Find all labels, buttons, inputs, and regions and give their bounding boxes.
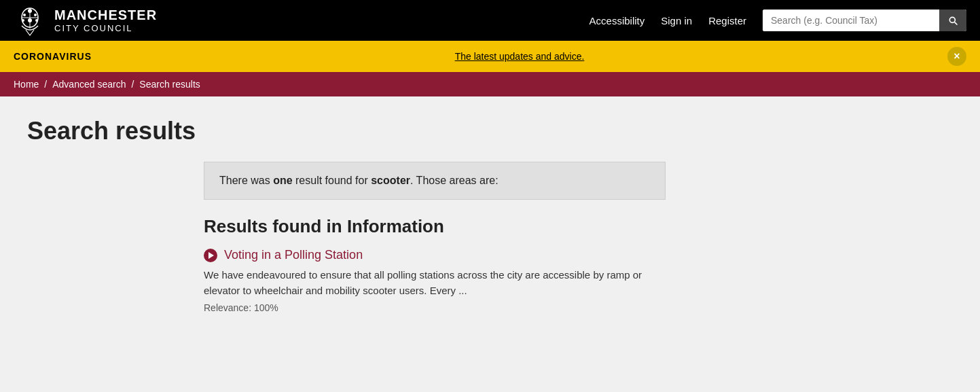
search-box xyxy=(763,10,966,31)
search-icon xyxy=(947,15,958,26)
breadcrumb-home[interactable]: Home xyxy=(14,79,39,90)
summary-prefix: There was xyxy=(219,175,273,186)
corona-label: CORONAVIRUS xyxy=(14,51,92,62)
page-title: Search results xyxy=(27,117,953,145)
result-item: Voting in a Polling Station We have ende… xyxy=(204,248,666,313)
summary-term: scooter xyxy=(371,175,410,186)
search-button[interactable] xyxy=(939,10,966,31)
sign-in-link[interactable]: Sign in xyxy=(661,15,692,26)
result-item-header: Voting in a Polling Station xyxy=(204,248,666,262)
accessibility-link[interactable]: Accessibility xyxy=(589,15,645,26)
svg-point-8 xyxy=(28,18,32,22)
svg-point-3 xyxy=(34,14,37,16)
result-description: We have endeavoured to ensure that all p… xyxy=(204,268,666,298)
logo-area: MANCHESTER CITY COUNCIL xyxy=(14,4,157,37)
main-content: Search results There was one result foun… xyxy=(0,96,980,382)
results-container: There was one result found for scooter. … xyxy=(204,162,666,313)
result-link[interactable]: Voting in a Polling Station xyxy=(224,248,363,262)
summary-count: one xyxy=(273,175,292,186)
coronavirus-bar: CORONAVIRUS The latest updates and advic… xyxy=(0,41,980,72)
svg-point-5 xyxy=(35,19,38,22)
corona-close-button[interactable]: × xyxy=(947,47,966,66)
svg-point-2 xyxy=(23,14,26,16)
section-title: Results found in Information xyxy=(204,216,666,237)
council-crest xyxy=(14,4,46,37)
logo-subtitle: CITY COUNCIL xyxy=(54,23,157,34)
result-bullet-icon xyxy=(204,249,217,262)
corona-link[interactable]: The latest updates and advice. xyxy=(455,51,585,62)
summary-suffix: . Those areas are: xyxy=(410,175,498,186)
svg-point-4 xyxy=(22,19,24,22)
breadcrumb: Home / Advanced search / Search results xyxy=(0,72,980,96)
result-summary: There was one result found for scooter. … xyxy=(204,162,666,200)
breadcrumb-sep2: / xyxy=(131,79,134,90)
breadcrumb-sep1: / xyxy=(44,79,47,90)
register-link[interactable]: Register xyxy=(708,15,746,26)
summary-middle: result found for xyxy=(293,175,371,186)
header-nav: Accessibility Sign in Register xyxy=(589,15,746,26)
breadcrumb-current: Search results xyxy=(139,79,200,90)
result-relevance: Relevance: 100% xyxy=(204,302,666,313)
breadcrumb-advanced-search[interactable]: Advanced search xyxy=(52,79,126,90)
logo-text: MANCHESTER CITY COUNCIL xyxy=(54,7,157,34)
logo-manchester: MANCHESTER xyxy=(54,7,157,23)
header-right: Accessibility Sign in Register xyxy=(589,10,966,31)
search-input[interactable] xyxy=(763,10,939,31)
site-header: MANCHESTER CITY COUNCIL Accessibility Si… xyxy=(0,0,980,41)
